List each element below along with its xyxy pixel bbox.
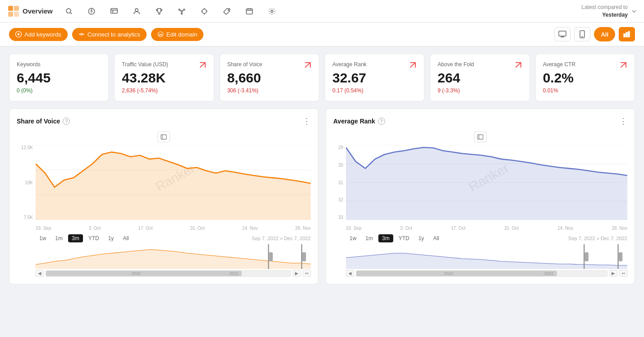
nav-tag-btn[interactable]: [220, 4, 234, 18]
avg-rank-change-pct: (0.54%): [345, 87, 363, 94]
svg-rect-62: [584, 244, 584, 269]
sov-1w-btn[interactable]: 1w: [36, 234, 50, 242]
avg-rank-menu-icon[interactable]: ⋮: [619, 116, 627, 126]
nav-calendar-btn[interactable]: [242, 4, 257, 18]
keywords-title: Keywords: [17, 61, 101, 68]
sov-1m-btn[interactable]: 1m: [51, 234, 66, 242]
svg-rect-0: [8, 6, 13, 11]
avg-rank-y-3: 32: [338, 197, 343, 202]
avg-rank-export-icon: [477, 134, 483, 140]
sov-x-5: 28. Nov: [295, 226, 311, 231]
nav-icons: [62, 4, 578, 18]
svg-rect-63: [617, 244, 618, 269]
sov-area-fill: [36, 152, 311, 220]
avg-rank-svg: Ranker: [346, 145, 627, 220]
svg-rect-8: [111, 8, 117, 13]
nav-trophy-btn[interactable]: [152, 4, 166, 18]
svg-rect-64: [584, 252, 589, 261]
avg-rank-trend-arrow: [409, 61, 417, 68]
nav-layout-btn[interactable]: [107, 4, 121, 18]
avg-rank-chart-panel: Average Rank ? ⋮ 29 30 31 32 33: [326, 109, 635, 284]
sov-help-icon[interactable]: ?: [63, 118, 70, 125]
nav-rank-btn[interactable]: [129, 4, 144, 18]
svg-line-19: [182, 10, 184, 11]
all-label: All: [601, 31, 608, 38]
sov-ytd-btn[interactable]: YTD: [85, 234, 103, 242]
avg-rank-scrollbar[interactable]: 2020 2022: [356, 270, 607, 277]
keywords-change: 0 (0%): [17, 87, 101, 94]
sov-3m-btn[interactable]: 3m: [68, 234, 83, 242]
fold-change: 9 (-3.3%): [437, 87, 522, 94]
add-keywords-button[interactable]: Add keywords: [9, 28, 68, 41]
traffic-change: 2,636 (-5.74%): [122, 87, 206, 94]
svg-point-17: [181, 13, 182, 14]
sov-all-btn[interactable]: All: [119, 234, 132, 242]
sov-scroll-right[interactable]: ▶: [293, 270, 301, 277]
edit-domain-button[interactable]: Edit domain: [151, 28, 204, 41]
metric-card-traffic: Traffic Value (USD) 43.28K 2,636 (-5.74%…: [114, 54, 214, 101]
svg-point-26: [228, 9, 229, 10]
sov-date-range: Sep 7, 2022 » Dec 7, 2022: [252, 236, 311, 241]
avg-rank-x-0: 19. Sep: [346, 226, 361, 231]
avg-rank-area-fill: [346, 147, 627, 220]
avg-rank-1m-btn[interactable]: 1m: [362, 234, 377, 242]
sov-change: 306 (-3.41%): [227, 87, 312, 94]
analytics-icon: [78, 31, 85, 37]
avg-rank-scroll-2020: 2020: [444, 271, 453, 276]
keywords-change-pct: (0%): [21, 87, 32, 94]
svg-line-5: [70, 13, 72, 14]
avg-rank-all-btn[interactable]: All: [429, 234, 442, 242]
avg-rank-scroll-2022: 2022: [544, 271, 553, 276]
nav-settings-btn[interactable]: [265, 4, 279, 18]
svg-line-18: [179, 10, 181, 11]
connect-analytics-button[interactable]: Connect to analytics: [72, 28, 147, 41]
avg-rank-change: 0.17 (0.54%): [332, 87, 417, 94]
metric-card-sov: Share of Voice 8,660 306 (-3.41%): [220, 54, 319, 101]
plus-circle-icon: [15, 31, 22, 37]
traffic-trend-arrow: [199, 61, 207, 68]
nav-compass-btn[interactable]: [84, 4, 99, 18]
avg-rank-y-1: 30: [338, 163, 343, 168]
avg-rank-1y-btn[interactable]: 1y: [415, 234, 428, 242]
chart-panels: Share of Voice ? ⋮ 12.5K 10K 7.5K: [9, 109, 635, 284]
avg-rank-x-1: 3. Oct: [400, 226, 412, 231]
fold-value: 264: [437, 70, 522, 86]
avg-rank-scroll-expand[interactable]: ⇔: [619, 270, 627, 277]
ctr-trend-arrow: [620, 61, 627, 68]
main-content: Keywords 6,445 0 (0%) Traffic Value (USD…: [0, 46, 644, 291]
desktop-device-btn[interactable]: [554, 27, 570, 41]
sov-x-4: 14. Nov: [242, 226, 258, 231]
sov-export-btn[interactable]: [157, 132, 170, 142]
mobile-device-btn[interactable]: [574, 27, 590, 41]
all-device-btn[interactable]: All: [594, 27, 615, 41]
avg-rank-mini-chart: [346, 244, 627, 269]
sov-scrollbar[interactable]: 2020 2022: [46, 270, 291, 277]
avg-rank-3m-btn[interactable]: 3m: [378, 234, 393, 242]
sov-scroll-left[interactable]: ◀: [36, 270, 44, 277]
avg-rank-mini-svg: [346, 244, 627, 269]
ctr-label: Average CTR: [543, 61, 575, 68]
nav-crosshair-btn[interactable]: [197, 4, 212, 18]
sov-svg: Ranker: [36, 145, 311, 220]
sov-scroll-expand[interactable]: ⇔: [303, 270, 311, 277]
fold-change-val: 9: [437, 87, 441, 94]
sov-value: 8,660: [227, 70, 312, 86]
avg-rank-ytd-btn[interactable]: YTD: [395, 234, 413, 242]
sov-x-2: 17. Oct: [138, 226, 152, 231]
avg-rank-1w-btn[interactable]: 1w: [346, 234, 360, 242]
avg-rank-x-4: 14. Nov: [557, 226, 573, 231]
sov-menu-icon[interactable]: ⋮: [303, 116, 311, 126]
avg-rank-export-btn[interactable]: [474, 132, 487, 142]
avg-rank-scroll-right[interactable]: ▶: [609, 270, 617, 277]
chart-type-button[interactable]: [619, 27, 635, 41]
nav-share-btn[interactable]: [175, 4, 189, 18]
svg-rect-1: [14, 6, 19, 11]
svg-rect-2: [8, 12, 13, 17]
svg-point-21: [202, 9, 207, 14]
avg-rank-help-icon[interactable]: ?: [378, 118, 385, 125]
sov-chart-panel: Share of Voice ? ⋮ 12.5K 10K 7.5K: [9, 109, 318, 284]
nav-search-btn[interactable]: [62, 4, 76, 18]
top-nav: Overview: [0, 0, 644, 23]
sov-1y-btn[interactable]: 1y: [105, 234, 118, 242]
avg-rank-scroll-left[interactable]: ◀: [346, 270, 354, 277]
